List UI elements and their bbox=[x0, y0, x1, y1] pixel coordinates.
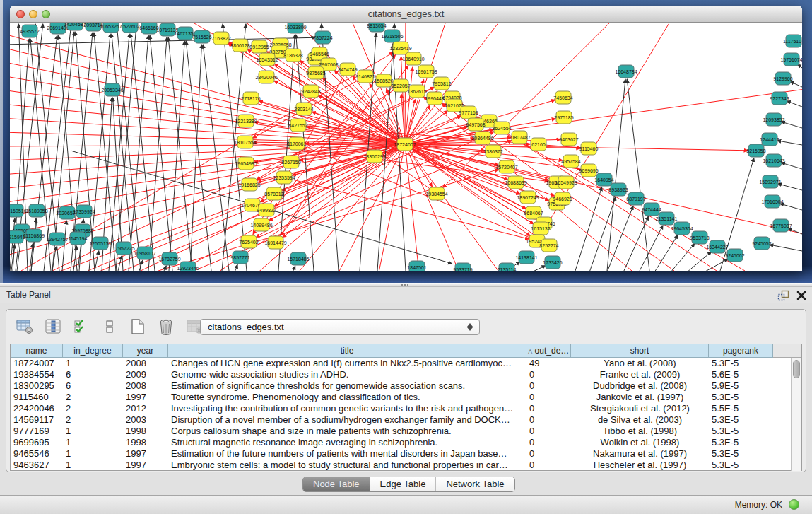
column-header-name[interactable]: name bbox=[11, 344, 63, 358]
network-graph-canvas[interactable]: 4935572206914061420458720937141065326715… bbox=[10, 23, 802, 271]
graph-edge bbox=[790, 81, 802, 87]
table-row[interactable]: 911546021997Tourette syndrome. Phenomeno… bbox=[11, 392, 791, 403]
left-edge-divider[interactable] bbox=[0, 0, 3, 283]
column-header-out_de[interactable]: △out_de… bbox=[526, 344, 571, 358]
column-header-year[interactable]: year bbox=[123, 344, 168, 358]
tab-node-table[interactable]: Node Table bbox=[303, 477, 370, 491]
trash-icon[interactable] bbox=[157, 317, 175, 336]
graph-node-label: 9533719 bbox=[453, 267, 472, 271]
graph-node-label: 18907249 bbox=[517, 195, 539, 200]
table-select-combobox[interactable]: citations_edges.txt bbox=[200, 319, 480, 335]
network-graph[interactable]: 4935572206914061420458720937141065326715… bbox=[10, 23, 802, 271]
select-columns-icon[interactable] bbox=[44, 317, 62, 336]
table-row[interactable]: 1938455462009Genome-wide association stu… bbox=[11, 369, 791, 380]
graph-node-label: 17957225 bbox=[112, 246, 134, 251]
column-header-short[interactable]: short bbox=[571, 344, 709, 358]
close-window-button[interactable] bbox=[16, 10, 25, 18]
graph-node-label: 8813054 bbox=[367, 23, 386, 28]
graph-node-label: 14099486 bbox=[250, 223, 272, 228]
column-header-pagerank[interactable]: pagerank bbox=[709, 344, 773, 358]
table-row[interactable]: 969969511998Structural magnetic resonanc… bbox=[11, 437, 791, 448]
table-cell: 18300295 bbox=[11, 380, 63, 392]
graph-edge bbox=[31, 218, 36, 271]
graph-node-label: 11156869 bbox=[23, 233, 45, 238]
table-cell: 1 bbox=[63, 426, 123, 437]
table-tabs: Node TableEdge TableNetwork Table bbox=[302, 477, 515, 492]
splitter-handle-icon[interactable] bbox=[401, 284, 410, 286]
table-row[interactable]: 977716911998Corpus callosum shape and si… bbox=[11, 426, 791, 437]
graph-node-label: 8267150 bbox=[281, 160, 300, 165]
graph-node-label: 3624554 bbox=[492, 126, 511, 131]
table-cell: 6 bbox=[63, 380, 123, 392]
table-cell: Tibbo et al. (1998) bbox=[571, 426, 709, 437]
graph-edge bbox=[169, 41, 184, 271]
float-panel-icon[interactable] bbox=[777, 290, 790, 301]
table-select-value: citations_edges.txt bbox=[208, 322, 284, 332]
graph-node-label: 15718485 bbox=[287, 257, 309, 262]
close-panel-icon[interactable] bbox=[796, 290, 807, 301]
table-row[interactable]: 946362711997Embryonic stem cells: a mode… bbox=[11, 460, 791, 471]
minimize-window-button[interactable] bbox=[29, 10, 37, 18]
table-row[interactable]: 1872400712008Changes of HCN gene express… bbox=[11, 358, 791, 369]
graph-node-label: 20053346 bbox=[101, 88, 123, 93]
graph-node-label: 9245052 bbox=[752, 241, 771, 246]
table-cell: Disruption of a novel member of a sodium… bbox=[168, 414, 526, 426]
graph-edge bbox=[687, 252, 712, 271]
table-cell: 9699695 bbox=[11, 437, 63, 448]
column-header-filler bbox=[773, 344, 801, 358]
graph-node-label: 15189358 bbox=[25, 209, 47, 214]
graph-node-label: 16782759 bbox=[158, 257, 180, 262]
graph-node-label: 16344227 bbox=[706, 245, 728, 250]
table-cell: 1998 bbox=[123, 437, 168, 448]
graph-node-label: 12093852 bbox=[763, 117, 784, 122]
table-cell: 5.3E-5 bbox=[709, 437, 773, 448]
window-title-bar[interactable]: citations_edges.txt bbox=[10, 6, 802, 23]
table-cell: 0 bbox=[526, 392, 571, 403]
table-cell: 1998 bbox=[123, 426, 168, 437]
graph-node-label: 12325419 bbox=[389, 46, 411, 51]
column-header-title[interactable]: title bbox=[168, 344, 526, 358]
vertical-scrollbar[interactable] bbox=[791, 358, 801, 471]
new-file-icon[interactable] bbox=[129, 317, 147, 336]
graph-edge bbox=[186, 41, 211, 271]
column-header-in_degree[interactable]: in_degree bbox=[63, 344, 123, 358]
graph-node-label: 12213389 bbox=[235, 119, 257, 124]
node-table: namein_degreeyeartitle△out_de…shortpager… bbox=[10, 344, 802, 471]
graph-edge bbox=[575, 187, 602, 271]
table-panel-header: Table Panel bbox=[0, 287, 812, 303]
graph-node-label: 9777169 bbox=[459, 110, 478, 115]
table-row[interactable]: 946554611997Estimation of the future num… bbox=[11, 448, 791, 460]
graph-edge bbox=[150, 35, 172, 271]
graph-node-label: 20364486 bbox=[471, 136, 493, 141]
graph-node-label: 26160516 bbox=[10, 209, 27, 214]
table-cell: 0 bbox=[526, 403, 571, 414]
graph-node-label: 15751074 bbox=[780, 57, 802, 62]
graph-edge bbox=[443, 23, 618, 188]
graph-node-label: 1244413 bbox=[760, 137, 779, 142]
zoom-window-button[interactable] bbox=[42, 10, 50, 18]
graph-node-label: 21351141 bbox=[656, 216, 678, 221]
tab-edge-table[interactable]: Edge Table bbox=[370, 477, 436, 491]
table-cell: 5.3E-5 bbox=[709, 448, 773, 460]
graph-edge bbox=[627, 79, 649, 271]
table-cell: Estimation of significance thresholds fo… bbox=[168, 380, 526, 392]
table-row[interactable]: 2242004622012Investigating the contribut… bbox=[11, 403, 791, 414]
graph-node-label: 23420046 bbox=[255, 75, 277, 80]
table-cell: 1 bbox=[63, 460, 123, 471]
graph-node-label: 7163822 bbox=[211, 36, 230, 41]
column-narrow-icon[interactable] bbox=[100, 317, 119, 336]
attribute-checks-icon[interactable] bbox=[72, 317, 90, 336]
graph-node-label: 16549923 bbox=[555, 180, 577, 185]
scrollbar-thumb[interactable] bbox=[793, 360, 800, 378]
graph-node-label: 14138141 bbox=[515, 255, 537, 260]
table-settings-icon[interactable] bbox=[16, 317, 34, 336]
table-row[interactable]: 1830029562008Estimation of significance … bbox=[11, 380, 791, 392]
window-title: citations_edges.txt bbox=[10, 6, 802, 22]
table-cell: de Silva et al. (2003) bbox=[571, 414, 709, 426]
graph-edge bbox=[770, 245, 802, 251]
table-cell: 1 bbox=[63, 448, 123, 460]
table-row[interactable]: 1456911722003Disruption of a novel membe… bbox=[11, 414, 791, 426]
memory-status-indicator[interactable] bbox=[789, 499, 799, 510]
tab-network-table[interactable]: Network Table bbox=[435, 477, 514, 491]
graph-edge bbox=[235, 264, 237, 271]
